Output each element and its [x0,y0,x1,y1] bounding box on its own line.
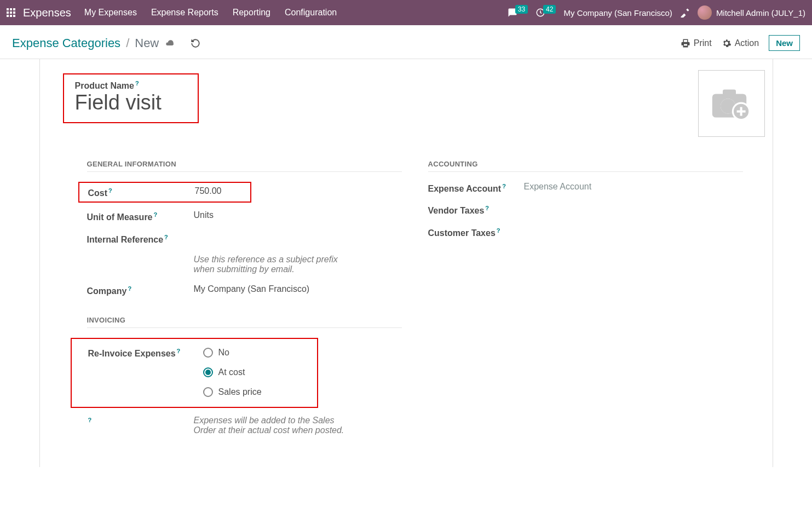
activities-indicator[interactable]: 42 [535,8,556,18]
company-label: Company [87,286,127,296]
radio-label: Sales price [218,387,262,397]
customer-taxes-label: Customer Taxes [428,228,496,238]
messages-count: 33 [515,5,528,14]
breadcrumb-current: New [135,36,159,50]
left-column: GENERAL INFORMATION Cost? 750.00 Unit of… [87,160,402,445]
help-icon[interactable]: ? [128,285,131,292]
internal-ref-help: Use this reference as a subject prefix w… [194,255,358,274]
cloud-save-icon[interactable] [164,39,175,48]
expense-account-label: Expense Account [428,184,502,193]
cost-highlight: Cost? 750.00 [78,182,251,203]
navbar: Expenses My Expenses Expense Reports Rep… [0,0,812,25]
help-icon[interactable]: ? [164,234,168,240]
control-panel-actions: Print Action New [681,35,800,51]
section-invoicing: INVOICING [87,316,402,328]
cost-label: Cost [88,188,108,198]
nav-reporting[interactable]: Reporting [233,8,270,18]
section-general: GENERAL INFORMATION [87,160,402,172]
gear-icon [722,38,732,48]
product-name-block: Product Name? Field visit [63,73,199,123]
help-icon[interactable]: ? [177,348,181,354]
reinvoice-label: Re-Invoice Expenses [88,349,176,359]
customer-taxes-field[interactable] [524,226,743,238]
svg-rect-2 [723,89,736,95]
expense-account-field[interactable]: Expense Account [524,182,743,194]
product-name-label: Product Name [75,81,134,90]
messages-indicator[interactable]: 33 [508,8,528,18]
nav-right: 33 42 My Company (San Francisco) Mitchel… [508,5,805,20]
help-icon[interactable]: ? [108,187,112,194]
avatar [698,5,712,20]
form-sheet: Product Name? Field visit GENERAL INFORM… [39,59,773,467]
internal-ref-label: Internal Reference [87,235,164,244]
radio-icon [203,367,213,377]
print-button[interactable]: Print [681,38,712,48]
reinvoice-help: Expenses will be added to the Sales Orde… [194,416,358,435]
cost-field[interactable]: 750.00 [195,186,246,198]
reinvoice-highlight: Re-Invoice Expenses? No At cost [71,338,318,408]
discard-icon[interactable] [191,38,200,48]
uom-field[interactable]: Units [194,210,402,222]
uom-label: Unit of Measure [87,213,153,222]
action-button[interactable]: Action [722,38,759,48]
new-button[interactable]: New [769,35,800,51]
reinvoice-sales-price[interactable]: Sales price [203,387,308,397]
reinvoice-no[interactable]: No [203,348,308,358]
reinvoice-at-cost[interactable]: At cost [203,367,308,377]
user-name: Mitchell Admin (JULY_1) [716,8,805,18]
breadcrumb-sep: / [126,36,129,50]
radio-label: At cost [218,367,245,377]
print-label: Print [694,38,712,48]
control-panel: Expense Categories / New Print Action Ne… [0,25,812,59]
nav-expense-reports[interactable]: Expense Reports [151,8,218,18]
radio-label: No [218,348,229,358]
vendor-taxes-label: Vendor Taxes [428,206,485,216]
user-menu[interactable]: Mitchell Admin (JULY_1) [698,5,805,20]
internal-ref-field[interactable] [194,233,402,245]
breadcrumb-root[interactable]: Expense Categories [12,36,120,50]
company-switcher[interactable]: My Company (San Francisco) [563,8,672,18]
help-icon[interactable]: ? [135,80,139,87]
radio-icon [203,387,213,397]
app-brand[interactable]: Expenses [23,7,71,19]
printer-icon [681,38,690,48]
company-field[interactable]: My Company (San Francisco) [194,284,402,296]
radio-icon [203,348,213,358]
help-icon[interactable]: ? [154,211,158,218]
nav-links: My Expenses Expense Reports Reporting Co… [84,8,508,18]
help-icon[interactable]: ? [497,227,500,234]
nav-configuration[interactable]: Configuration [285,8,337,18]
wrench-icon[interactable] [680,8,690,18]
image-upload[interactable] [698,70,765,137]
nav-my-expenses[interactable]: My Expenses [84,8,137,18]
product-name-field[interactable]: Field visit [75,91,187,114]
action-label: Action [735,38,759,48]
activities-count: 42 [543,5,556,14]
vendor-taxes-field[interactable] [524,204,743,216]
help-icon[interactable]: ? [502,183,506,189]
apps-icon[interactable] [7,8,15,17]
section-accounting: ACCOUNTING [428,160,743,172]
help-icon[interactable]: ? [88,417,92,423]
right-column: ACCOUNTING Expense Account? Expense Acco… [428,160,743,445]
camera-plus-icon [710,84,753,123]
breadcrumb: Expense Categories / New [12,36,200,50]
reinvoice-radio-group: No At cost Sales price [203,347,308,397]
help-icon[interactable]: ? [485,205,489,211]
